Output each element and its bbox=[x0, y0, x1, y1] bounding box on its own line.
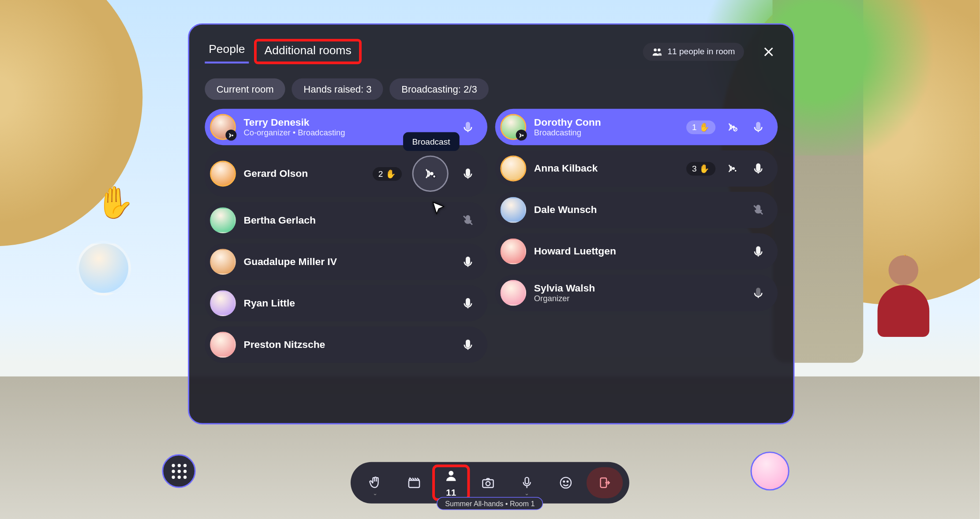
broadcast-badge-icon bbox=[516, 130, 527, 141]
participants-column-right: Dorothy ConnBroadcasting1✋Anna Kilback3✋… bbox=[495, 109, 778, 363]
svg-rect-13 bbox=[409, 480, 419, 487]
svg-rect-17 bbox=[525, 478, 529, 484]
camera-button[interactable] bbox=[470, 467, 506, 498]
filter-broadcasting[interactable]: Broadcasting: 2/3 bbox=[390, 78, 489, 100]
avatar bbox=[500, 280, 526, 306]
hand-icon bbox=[368, 476, 382, 490]
tab-additional-rooms[interactable]: Additional rooms bbox=[254, 39, 362, 64]
clapboard-icon bbox=[407, 476, 421, 490]
svg-point-0 bbox=[654, 48, 656, 51]
avatar bbox=[500, 197, 526, 223]
avatar bbox=[210, 249, 236, 275]
participant-subtitle: Broadcasting bbox=[534, 128, 601, 138]
mic-icon[interactable] bbox=[459, 253, 477, 271]
emoji-button[interactable] bbox=[548, 467, 584, 498]
people-button[interactable]: 11 bbox=[435, 467, 467, 498]
broadcast-badge-icon bbox=[225, 130, 236, 141]
svg-point-10 bbox=[732, 167, 735, 170]
participant-name: Sylvia Walsh bbox=[534, 283, 595, 294]
hand-order-pill: 2✋ bbox=[373, 167, 402, 180]
avatar bbox=[500, 156, 526, 182]
avatar bbox=[210, 114, 236, 140]
participant-row[interactable]: Preston Nitzsche bbox=[205, 327, 487, 363]
filter-current-room[interactable]: Current room bbox=[205, 78, 285, 100]
hand-order-pill: 1✋ bbox=[686, 120, 715, 134]
mic-button[interactable]: ⌄ bbox=[509, 467, 545, 498]
svg-point-20 bbox=[567, 481, 568, 482]
participant-name: Dale Wunsch bbox=[534, 204, 597, 216]
participant-row[interactable]: Guadalupe Miller IV bbox=[205, 243, 487, 280]
raised-hand-icon: ✋ bbox=[699, 122, 710, 132]
mic-icon[interactable] bbox=[459, 164, 477, 183]
participant-row[interactable]: Dorothy ConnBroadcasting1✋ bbox=[495, 109, 778, 145]
svg-point-3 bbox=[430, 172, 433, 175]
filter-hands-raised[interactable]: Hands raised: 3 bbox=[292, 78, 383, 100]
svg-point-16 bbox=[486, 482, 490, 485]
avatar bbox=[500, 114, 526, 140]
remote-avatar bbox=[76, 241, 131, 295]
avatar bbox=[210, 161, 236, 187]
broadcast-tooltip: Broadcast bbox=[403, 132, 459, 151]
svg-rect-15 bbox=[483, 480, 493, 488]
svg-line-9 bbox=[734, 128, 736, 131]
participant-name: Bertha Gerlach bbox=[243, 215, 315, 226]
svg-point-2 bbox=[231, 134, 233, 136]
hand-order-pill: 3✋ bbox=[686, 162, 715, 175]
mic-icon[interactable] bbox=[749, 284, 767, 302]
raised-hand-icon: ✋ bbox=[699, 164, 710, 173]
avatar bbox=[500, 239, 526, 265]
svg-point-1 bbox=[658, 48, 660, 51]
raised-hand-icon: ✋ bbox=[385, 169, 396, 179]
mic-muted-icon[interactable] bbox=[749, 201, 767, 219]
remote-avatar bbox=[864, 255, 942, 359]
mic-icon[interactable] bbox=[459, 336, 477, 354]
room-count-chip[interactable]: 11 people in room bbox=[643, 42, 744, 60]
svg-point-14 bbox=[449, 470, 453, 475]
participant-row[interactable]: Ryan Little bbox=[205, 285, 487, 321]
participant-row[interactable]: Gerard Olson2✋ bbox=[205, 150, 487, 197]
broadcast-toggle-button[interactable] bbox=[412, 156, 449, 192]
broadcast-icon[interactable] bbox=[723, 118, 741, 136]
participant-name: Anna Kilback bbox=[534, 163, 598, 174]
participant-row[interactable]: Sylvia WalshOrganizer bbox=[495, 275, 778, 311]
clapboard-button[interactable] bbox=[396, 467, 432, 498]
participant-name: Howard Luettgen bbox=[534, 246, 616, 257]
raised-hand-icon: ✋ bbox=[96, 184, 135, 221]
svg-point-4 bbox=[433, 175, 435, 178]
participant-row[interactable]: Dale Wunsch bbox=[495, 192, 778, 228]
participant-name: Guadalupe Miller IV bbox=[243, 256, 337, 268]
svg-point-19 bbox=[563, 481, 565, 482]
leave-button[interactable] bbox=[587, 467, 623, 498]
leave-icon bbox=[598, 476, 612, 490]
svg-point-6 bbox=[522, 134, 524, 136]
person-icon bbox=[444, 468, 458, 482]
participant-name: Preston Nitzsche bbox=[243, 339, 325, 351]
mic-icon[interactable] bbox=[749, 159, 767, 177]
mic-icon[interactable] bbox=[459, 118, 477, 136]
participant-row[interactable]: Howard Luettgen bbox=[495, 233, 778, 269]
people-count: 11 bbox=[446, 487, 456, 497]
avatar bbox=[210, 207, 236, 233]
mic-icon[interactable] bbox=[749, 243, 767, 261]
participant-name: Gerard Olson bbox=[243, 168, 308, 179]
mic-muted-icon[interactable] bbox=[459, 211, 477, 229]
broadcast-icon[interactable] bbox=[723, 159, 741, 177]
hand-raise-button[interactable]: ⌄ bbox=[357, 467, 393, 498]
close-icon bbox=[762, 45, 775, 58]
svg-point-18 bbox=[561, 478, 571, 488]
mouse-cursor-icon bbox=[432, 201, 446, 219]
session-label: Summer All-hands • Room 1 bbox=[437, 497, 543, 510]
tab-people[interactable]: People bbox=[205, 40, 249, 63]
svg-point-11 bbox=[734, 170, 737, 172]
avatar bbox=[210, 290, 236, 316]
participant-row[interactable]: Anna Kilback3✋ bbox=[495, 150, 778, 187]
self-avatar[interactable] bbox=[751, 452, 789, 490]
participant-subtitle: Organizer bbox=[534, 294, 595, 303]
camera-icon bbox=[481, 476, 495, 490]
participant-name: Dorothy Conn bbox=[534, 116, 601, 128]
mic-icon[interactable] bbox=[459, 294, 477, 312]
mic-icon bbox=[520, 476, 534, 490]
emoji-icon bbox=[559, 476, 573, 490]
mic-icon[interactable] bbox=[749, 118, 767, 136]
close-button[interactable] bbox=[759, 42, 778, 60]
